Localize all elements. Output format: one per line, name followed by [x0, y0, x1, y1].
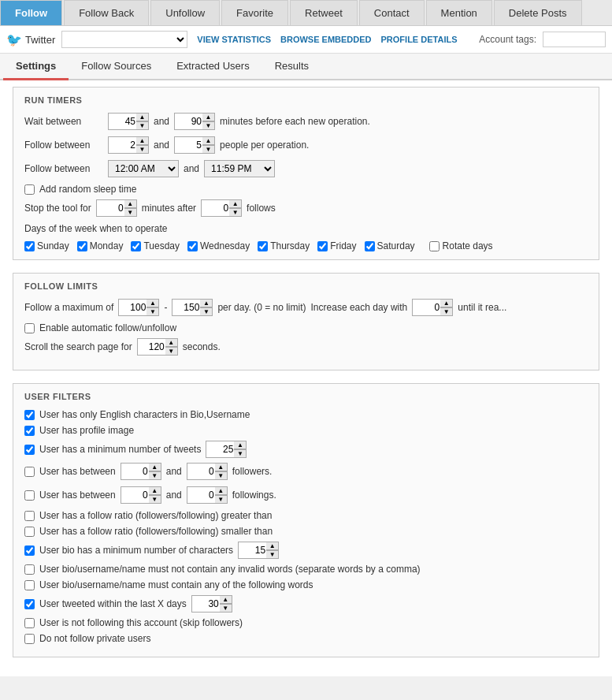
followers-min-down[interactable]: ▼ [149, 471, 161, 480]
follow-min-up[interactable]: ▲ [147, 299, 159, 307]
scroll-up[interactable]: ▲ [165, 338, 178, 347]
tweeted-days-spinner[interactable]: ▲ ▼ [191, 595, 232, 612]
filter-profile-image-checkbox[interactable] [24, 426, 35, 436]
filter-min-tweets-checkbox[interactable] [24, 445, 35, 455]
filter-followers-checkbox[interactable] [24, 467, 35, 477]
day-tuesday: Tuesday [131, 240, 180, 251]
follow-people-max-up[interactable]: ▲ [202, 136, 215, 145]
day-friday-checkbox[interactable] [317, 241, 328, 251]
followers-max-down[interactable]: ▼ [215, 471, 228, 480]
followers-min-up[interactable]: ▲ [149, 463, 161, 471]
day-monday-checkbox[interactable] [77, 241, 87, 251]
tab-favorite[interactable]: Favorite [221, 0, 288, 25]
day-saturday-checkbox[interactable] [365, 241, 375, 251]
stop-minutes-up[interactable]: ▲ [124, 199, 137, 208]
follow-max-down[interactable]: ▼ [200, 307, 213, 316]
filter-english-checkbox[interactable] [24, 410, 35, 420]
wait-min-down[interactable]: ▼ [136, 121, 149, 130]
increase-spinner[interactable]: ▲ ▼ [412, 299, 453, 316]
tab-contact[interactable]: Contact [359, 0, 425, 25]
stop-minutes-down[interactable]: ▼ [124, 208, 137, 217]
follow-min-down[interactable]: ▼ [147, 307, 159, 316]
follow-min-spinner[interactable]: ▲ ▼ [118, 299, 159, 316]
wait-max-spinner[interactable]: ▲ ▼ [174, 113, 215, 130]
auto-follow-checkbox[interactable] [24, 323, 35, 333]
filter-tweeted-days-checkbox[interactable] [24, 599, 35, 609]
followings-min-down[interactable]: ▼ [149, 495, 161, 504]
followings-max-spinner[interactable]: ▲ ▼ [187, 486, 228, 504]
follow-people-min-down[interactable]: ▼ [136, 145, 149, 154]
profile-details-link[interactable]: PROFILE DETAILS [381, 35, 458, 44]
tweeted-days-up[interactable]: ▲ [220, 595, 232, 604]
tab-retweet[interactable]: Retweet [290, 0, 358, 25]
account-tags-input[interactable] [543, 32, 606, 47]
increase-up[interactable]: ▲ [440, 299, 453, 307]
stop-minutes-spinner[interactable]: ▲ ▼ [96, 199, 137, 217]
follow-max-up[interactable]: ▲ [200, 299, 213, 307]
tab-unfollow[interactable]: Unfollow [150, 0, 220, 25]
sub-tab-results[interactable]: Results [262, 54, 321, 80]
sub-tab-bar: Settings Follow Sources Extracted Users … [0, 54, 612, 80]
wait-min-up[interactable]: ▲ [136, 113, 149, 121]
day-tuesday-checkbox[interactable] [131, 241, 141, 251]
filter-no-private-checkbox[interactable] [24, 634, 35, 644]
followers-max-up[interactable]: ▲ [215, 463, 228, 471]
bio-chars-spinner[interactable]: ▲ ▼ [238, 542, 279, 559]
scroll-spinner[interactable]: ▲ ▼ [137, 338, 178, 356]
tab-mention[interactable]: Mention [426, 0, 492, 25]
tab-follow-back[interactable]: Follow Back [64, 0, 149, 25]
stop-follows-up[interactable]: ▲ [229, 199, 242, 208]
stop-follows-spinner[interactable]: ▲ ▼ [201, 199, 242, 217]
scroll-label: Scroll the search page for [24, 341, 132, 352]
rotate-days-checkbox[interactable] [429, 241, 440, 251]
follow-people-min-up[interactable]: ▲ [136, 136, 149, 145]
filter-ratio-smaller-checkbox[interactable] [24, 527, 35, 537]
filter-ratio-greater-checkbox[interactable] [24, 511, 35, 521]
followers-max-spinner[interactable]: ▲ ▼ [187, 463, 228, 480]
sub-tab-follow-sources[interactable]: Follow Sources [69, 54, 164, 80]
followings-max-down[interactable]: ▼ [215, 495, 228, 504]
time-start-select[interactable]: 12:00 AM [108, 160, 179, 177]
wait-max-up[interactable]: ▲ [202, 113, 215, 121]
filter-invalid-words-checkbox[interactable] [24, 564, 35, 575]
rotate-days-item: Rotate days [429, 240, 493, 251]
min-tweets-down[interactable]: ▼ [234, 449, 247, 458]
follow-max-spinner[interactable]: ▲ ▼ [172, 299, 213, 316]
sub-tab-extracted-users[interactable]: Extracted Users [164, 54, 261, 80]
increase-down[interactable]: ▼ [440, 307, 453, 316]
follow-people-max-spinner[interactable]: ▲ ▼ [174, 136, 215, 154]
sub-tab-settings[interactable]: Settings [3, 54, 69, 80]
browse-embedded-link[interactable]: BROWSE EMBEDDED [280, 35, 372, 44]
tab-delete-posts[interactable]: Delete Posts [494, 0, 582, 25]
random-sleep-checkbox[interactable] [24, 184, 35, 195]
stop-tool-row: Stop the tool for ▲ ▼ minutes after ▲ ▼ … [24, 199, 588, 217]
followings-min-spinner[interactable]: ▲ ▼ [121, 486, 161, 504]
follow-people-max-down[interactable]: ▼ [202, 145, 215, 154]
bio-chars-up[interactable]: ▲ [266, 542, 279, 550]
wait-min-spinner[interactable]: ▲ ▼ [108, 113, 149, 130]
followings-min-up[interactable]: ▲ [149, 486, 161, 495]
day-thursday-checkbox[interactable] [258, 241, 268, 251]
time-end-select[interactable]: 11:59 PM [204, 160, 275, 177]
dash-1: - [164, 302, 167, 313]
tab-follow[interactable]: Follow [0, 0, 62, 25]
day-sunday-checkbox[interactable] [24, 241, 35, 251]
followers-min-spinner[interactable]: ▲ ▼ [121, 463, 161, 480]
wait-max-down[interactable]: ▼ [202, 121, 215, 130]
tweeted-days-down[interactable]: ▼ [220, 604, 232, 612]
min-tweets-up[interactable]: ▲ [234, 441, 247, 449]
stop-follows-down[interactable]: ▼ [229, 208, 242, 217]
filter-following-words-checkbox[interactable] [24, 580, 35, 590]
followings-max-up[interactable]: ▲ [215, 486, 228, 495]
bio-chars-down[interactable]: ▼ [266, 550, 279, 559]
filter-bio-chars-checkbox[interactable] [24, 545, 35, 556]
account-dropdown[interactable] [61, 31, 187, 48]
day-wednesday-checkbox[interactable] [187, 241, 198, 251]
twitter-bar: 🐦 Twitter VIEW STATISTICS BROWSE EMBEDDE… [0, 26, 612, 54]
min-tweets-spinner[interactable]: ▲ ▼ [206, 441, 247, 458]
filter-not-following-checkbox[interactable] [24, 618, 35, 628]
filter-followings-checkbox[interactable] [24, 490, 35, 501]
follow-people-min-spinner[interactable]: ▲ ▼ [108, 136, 149, 154]
scroll-down[interactable]: ▼ [165, 347, 178, 356]
view-statistics-link[interactable]: VIEW STATISTICS [197, 35, 271, 44]
